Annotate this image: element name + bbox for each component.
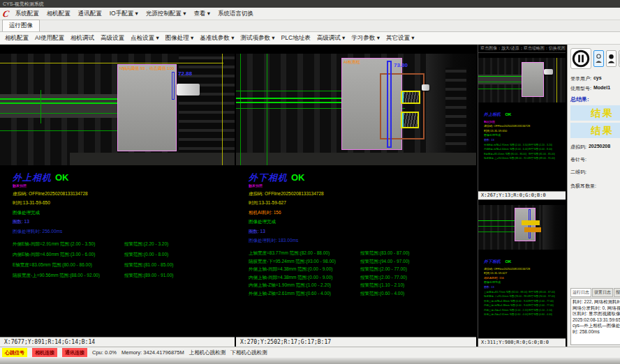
main-area: N轴高阈值:93，动态阈值:100 72.88 外上相机 OK 触发拍照 虚拟码… [0, 45, 620, 347]
measurement-alarm: 报警范围:(2.00 - 77.00) [360, 275, 407, 281]
toolbar-camera-config[interactable]: 相机配置 [5, 34, 29, 43]
process-time-line: 图像处理耗时: 256.00ms [13, 229, 235, 235]
result-display-upper: 结果 [570, 105, 620, 121]
pause-icon [572, 50, 590, 68]
measurement-alarm: 报警范围:(89.00 - 91.00) [124, 273, 173, 279]
login-user-value: cys [593, 75, 602, 82]
menu-item-view[interactable]: 查看 ▾ [193, 10, 210, 18]
measurement-row: E轴宽度=83.05mm 范围:(80.00 - 86.00) 报警范围:(81… [13, 262, 235, 273]
toolbar-spot-check[interactable]: 点检设置 ▾ [131, 34, 159, 43]
log-tabs: 运行日志 设置日志 报警日志 [570, 288, 620, 297]
green-guide-line-v [267, 54, 267, 165]
barcode-line: 虚拟码: OFFline20250208133134728 [249, 191, 476, 197]
measurement-row: 外侧上轴-Z轴=2.61mm 范围:(0.60 - 4.00) 报警范围:(0.… [249, 291, 476, 299]
green-guide-line [478, 76, 523, 77]
tab-settings-log[interactable]: 设置日志 [592, 288, 613, 297]
menu-item-system-config[interactable]: 系统配置 [15, 10, 39, 18]
battery-cell-region [522, 62, 544, 97]
barcode-line: 虚拟码: OFFline20250208133134728 [484, 124, 566, 128]
virtual-code-label: 虚拟码: [570, 144, 586, 151]
user-manage-button[interactable] [606, 50, 617, 67]
ai-time-line: 相机AI耗时: 156 [249, 210, 476, 216]
green-guide-line [0, 103, 119, 104]
electrode-tab-box [401, 112, 419, 128]
measurement-text: 外侧E轴-间隙=2.91mm 范围:(2.00 - 3.50) [13, 241, 124, 248]
menu-item-comm-config[interactable]: 通讯配置 [78, 10, 102, 18]
trigger-label: 触发拍照 [484, 120, 566, 123]
tab-alarm-log[interactable]: 报警日志 [614, 288, 620, 297]
threshold-overlay-label: N轴高阈值:93，动态阈值:100 [119, 66, 174, 72]
measurement-text: 外侧上轴-Z轴=2.61mm 范围:(0.60 - 4.00) [484, 313, 529, 318]
menu-item-language[interactable]: 系统语言切换 [218, 10, 253, 18]
upper-camera-thumbnail[interactable]: 外上相机 OK 触发拍照 虚拟码: OFFline202502081331347… [478, 52, 566, 199]
camera-connect-badge: 相机连接 [32, 348, 57, 357]
ai-box-label: AI检测框 [344, 59, 360, 66]
login-user-label: 登录用户: [570, 75, 591, 82]
window-titlebar[interactable]: CYS-视觉检测系统 [0, 0, 620, 8]
toolbar-other-settings[interactable]: 其它设置 ▾ [386, 34, 415, 43]
control-buttons [570, 48, 620, 69]
process-done-line: 图像处理完成 [484, 280, 566, 284]
measurement-row: 上轴宽度=83.77mm 范围:(82.00 - 88.00) 报警范围:(83… [249, 250, 476, 259]
process-time-line: 图像处理耗时: 183.00ms [249, 238, 476, 244]
measurement-row: 内侧上轴-Z轴=1.90mm 范围:(1.00 - 2.20) 报警范围:(1.… [249, 282, 476, 291]
tab-run-image[interactable]: 运行图像 [2, 20, 40, 31]
measure-value-label: 72.88 [178, 70, 192, 77]
tab-run-log[interactable]: 运行日志 [570, 288, 591, 297]
measurement-row: 隔膜宽度-上=90.56mm 范围:(88.00 - 92.00) 报警范围:(… [13, 273, 235, 283]
upper-camera-heartbeat: 上相机心跳检测 [189, 349, 226, 356]
upper-camera-view: N轴高阈值:93，动态阈值:100 72.88 外上相机 OK 触发拍照 虚拟码… [0, 45, 235, 347]
control-panel: 登录用户: cys 使用型号: Model1 总结果: 结果 结果 虚拟码: 2… [567, 45, 620, 347]
total-result-label: 总结果: [570, 96, 620, 103]
measurement-text: 隔膜宽度-上=90.56mm 范围:(88.00 - 92.00) [484, 157, 529, 162]
machinery-slots [445, 68, 466, 151]
memory-usage: Memory: 3424.41796875M [121, 349, 184, 356]
lower-camera-image[interactable]: AI检测框 73.80 [236, 54, 476, 165]
toolbar-camera-debug[interactable]: 相机调试 [71, 34, 94, 43]
time-line: 时间:13-31-59-650 [484, 129, 566, 132]
toolbar-ai-config[interactable]: AI使用配置 [35, 34, 64, 43]
result-display-lower: 结果 [570, 123, 620, 138]
lower-camera-view: AI检测框 73.80 外下相机 OK 触发拍照 虚拟码: OFFline202… [236, 45, 476, 347]
lower-result-panel: 外下相机 OK 触发拍照 虚拟码: OFFline202502081331347… [236, 165, 476, 337]
turns-line: 圈数: 13 [484, 285, 566, 289]
qr-code-label: 二维码: [570, 169, 586, 176]
menu-item-light-config[interactable]: 光源控制配置 ▾ [146, 10, 186, 18]
upper-camera-image[interactable]: N轴高阈值:93，动态阈值:100 72.88 [0, 54, 235, 165]
time-line: 时间:13-31-59-650 [13, 200, 235, 206]
tab-strip: 运行图像 [0, 20, 620, 32]
measurement-text: 内侧E轴-间隙=4.60mm 范围:(3.00 - 6.00) [13, 252, 124, 258]
user-icon [607, 54, 615, 63]
time-line: 时间:13-31-59-627 [484, 271, 566, 275]
toolbar-image-processing[interactable]: 图像处理 ▾ [165, 34, 194, 43]
electrode-tab-box [401, 91, 420, 104]
toolbar-learning-params[interactable]: 学习参数 ▾ [351, 34, 380, 43]
measurement-text: 内侧上轴-Z轴=1.90mm 范围:(1.00 - 2.20) [249, 282, 360, 289]
lower-camera-thumbnail[interactable]: 外下相机 OK 虚拟码: OFFline20250208133134728 时间… [478, 199, 566, 347]
measurement-list: 上轴宽度=83.77mm 范围:(82.00 - 88.00) 报警范围:(83… [249, 250, 476, 298]
menu-item-camera-config[interactable]: 相机配置 [47, 10, 71, 18]
electrode-tab-box [522, 220, 540, 225]
status-ok-badge: OK [291, 172, 305, 183]
menu-item-io-config[interactable]: IO手配置 ▾ [110, 10, 138, 18]
measurement-text: E轴宽度=83.05mm 范围:(80.00 - 86.00) [13, 262, 124, 268]
ai-time-line: 相机AI耗时: 156 [484, 276, 566, 280]
green-guide-line-v [240, 54, 241, 165]
toolbar-baseline-params[interactable]: 基准线参数 ▾ [200, 34, 234, 43]
toolbar-advanced-debug[interactable]: 高级调试 ▾ [317, 34, 346, 43]
measurement-alarm: 报警范围:(94.00 - 97.00) [360, 259, 409, 265]
pause-button[interactable] [570, 48, 591, 69]
battery-cell-region: N轴高阈值:93，动态阈值:100 [117, 64, 177, 151]
toolbar-plc-address[interactable]: PLC地址表 [281, 34, 311, 43]
measurement-list: 外侧E轴-间隙=2.91mm 范围:(2.00 - 3.50) 报警范围:(2.… [13, 241, 235, 283]
toolbar-advanced-settings[interactable]: 高级设置 [101, 34, 124, 43]
process-done-line: 图像处理完成 [249, 219, 476, 225]
toolbar-test-params[interactable]: 测试项参数 ▾ [240, 34, 274, 43]
time-line: 时间:13-31-59-627 [249, 200, 476, 206]
floor-band [70, 153, 235, 165]
log-output[interactable]: 耗时: 222, 网络检测耗时: 17, 网络分发耗时: 0, 网络视频分区耗时… [570, 298, 620, 345]
measurement-alarm: 报警范围:(2.20 - 3.20) [124, 241, 168, 248]
measurement-alarm: 报警范围:(83.00 - 87.00) [360, 250, 409, 257]
user-login-button[interactable] [593, 50, 604, 67]
measurement-text: 隔膜宽度-下=95.24mm 范围:(93.00 - 98.00) [249, 259, 360, 265]
